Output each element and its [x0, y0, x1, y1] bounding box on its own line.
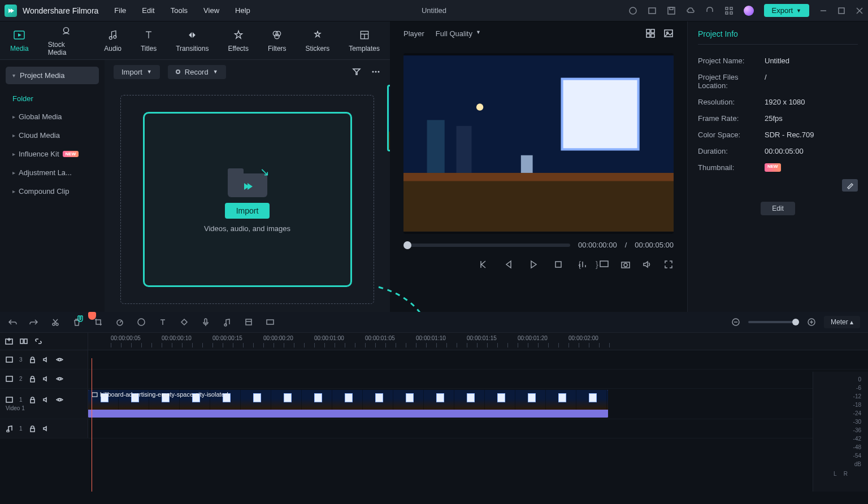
svg-point-19 [275, 34, 279, 38]
sidebar-folder[interactable]: Folder [6, 90, 99, 107]
levels-icon[interactable] [578, 259, 588, 270]
prev-frame-icon[interactable] [479, 259, 489, 270]
undo-icon[interactable] [8, 318, 17, 327]
save-icon[interactable] [667, 6, 676, 15]
playhead[interactable] [88, 312, 96, 320]
eye-icon[interactable] [56, 375, 63, 383]
video-preview[interactable] [403, 53, 674, 234]
scrub-bar[interactable] [403, 244, 570, 247]
export-button[interactable]: Export▼ [764, 4, 810, 17]
crop-icon[interactable] [94, 318, 103, 327]
import-button[interactable]: Import [225, 203, 270, 219]
zoom-slider[interactable] [748, 321, 799, 323]
menu-edit[interactable]: Edit [142, 6, 154, 15]
volume-icon[interactable] [642, 259, 652, 270]
quality-dropdown[interactable]: Full Quality▼ [436, 29, 481, 38]
menu-view[interactable]: View [203, 6, 219, 15]
redo-icon[interactable] [29, 318, 38, 327]
menu-file[interactable]: File [114, 6, 126, 15]
import-dropdown[interactable]: Import▼ [114, 65, 160, 79]
headphones-icon[interactable] [705, 6, 714, 15]
more-icon[interactable] [371, 67, 381, 77]
lock-icon[interactable] [29, 375, 36, 383]
zoom-in-icon[interactable] [807, 318, 816, 327]
audio-tool-icon[interactable] [223, 318, 232, 327]
edit-thumbnail-icon[interactable] [842, 179, 858, 192]
svg-point-82 [7, 430, 9, 432]
add-track-icon[interactable] [5, 337, 14, 346]
player-label: Player [403, 29, 424, 38]
stop-icon[interactable] [553, 259, 563, 270]
menu-help[interactable]: Help [235, 6, 250, 15]
play-icon[interactable] [528, 259, 539, 270]
tab-effects[interactable]: Effects [228, 28, 248, 53]
apps-icon[interactable] [724, 6, 734, 15]
sidebar-item-compound-clip[interactable]: ▸Compound Clip [6, 182, 99, 201]
zoom-out-icon[interactable] [731, 318, 740, 327]
text-icon[interactable] [158, 318, 167, 327]
maximize-icon[interactable] [837, 7, 845, 15]
color-icon[interactable] [137, 318, 146, 327]
sidebar-header-project-media[interactable]: ▾Project Media [6, 67, 99, 84]
profile-avatar[interactable] [744, 6, 754, 16]
import-dropzone[interactable]: ↘ Import Videos, audio, and images [120, 95, 374, 304]
eye-icon[interactable] [56, 396, 63, 403]
tab-titles[interactable]: Titles [141, 28, 157, 53]
mute-icon[interactable] [42, 425, 50, 432]
meter-toggle[interactable]: Meter ▴ [824, 316, 860, 328]
record-dropdown[interactable]: Record▼ [168, 65, 226, 79]
mute-icon[interactable] [42, 356, 50, 363]
video-track-icon [6, 375, 13, 383]
grid-view-icon[interactable] [645, 28, 656, 38]
caption-icon[interactable] [266, 318, 275, 327]
tab-stock-media[interactable]: Stock Media [48, 24, 85, 57]
speed-icon[interactable] [115, 318, 124, 327]
history-icon[interactable] [628, 6, 637, 15]
link-icon[interactable] [34, 337, 43, 346]
tab-templates[interactable]: Templates [349, 28, 380, 53]
image-view-icon[interactable] [663, 28, 674, 38]
monitor-icon[interactable] [599, 259, 609, 270]
tab-audio[interactable]: Audio [104, 28, 121, 53]
edit-project-button[interactable]: Edit [761, 202, 795, 215]
snapshot-icon[interactable] [620, 259, 631, 270]
mute-icon[interactable] [42, 375, 50, 383]
project-name-value: Untitled [765, 57, 789, 65]
svg-rect-43 [562, 79, 639, 150]
sidebar-item-cloud-media[interactable]: ▸Cloud Media [6, 126, 99, 145]
record-icon [176, 69, 180, 74]
sidebar-item-influence-kit[interactable]: ▸Influence KitNEW [6, 145, 99, 163]
marker-icon[interactable] [244, 318, 253, 327]
mute-icon[interactable] [42, 396, 50, 403]
play-back-icon[interactable] [504, 259, 514, 270]
filter-icon[interactable] [351, 67, 362, 77]
tab-media[interactable]: Media [10, 28, 29, 53]
menu-tools[interactable]: Tools [171, 6, 188, 15]
duration-info-value: 00:00:05:00 [765, 147, 804, 155]
close-icon[interactable] [856, 7, 863, 15]
lock-icon[interactable] [29, 396, 36, 403]
track-video-1: 1 Video 1 billboard-advertising-empty-sp… [0, 389, 868, 419]
keyframe-icon[interactable] [180, 318, 189, 327]
cloud-icon[interactable] [686, 6, 695, 15]
lock-icon[interactable] [29, 425, 36, 432]
mic-icon[interactable] [201, 318, 210, 327]
magnet-icon[interactable] [76, 314, 85, 323]
video-clip[interactable]: billboard-advertising-empty-space-city-i… [88, 390, 608, 418]
zoom-handle[interactable] [792, 319, 799, 325]
scrub-handle[interactable] [403, 241, 411, 249]
tab-filters[interactable]: Filters [268, 28, 287, 53]
eye-icon[interactable] [56, 356, 63, 363]
cut-icon[interactable] [51, 318, 60, 327]
sidebar-item-adjustment-layer[interactable]: ▸Adjustment La... [6, 163, 99, 182]
lock-icon[interactable] [29, 356, 36, 363]
timeline-ruler[interactable]: 00:00:00:0500:00:00:1000:00:00:1500:00:0… [88, 333, 868, 350]
layout-icon[interactable] [648, 6, 657, 15]
toggle-tracks-icon[interactable] [19, 337, 28, 346]
tab-stickers[interactable]: Stickers [306, 28, 330, 53]
sidebar-item-global-media[interactable]: ▸Global Media [6, 107, 99, 126]
import-caption: Videos, audio, and images [204, 224, 290, 233]
minimize-icon[interactable] [819, 7, 827, 15]
fullscreen-icon[interactable] [663, 259, 674, 270]
tab-transitions[interactable]: Transitions [176, 28, 209, 53]
